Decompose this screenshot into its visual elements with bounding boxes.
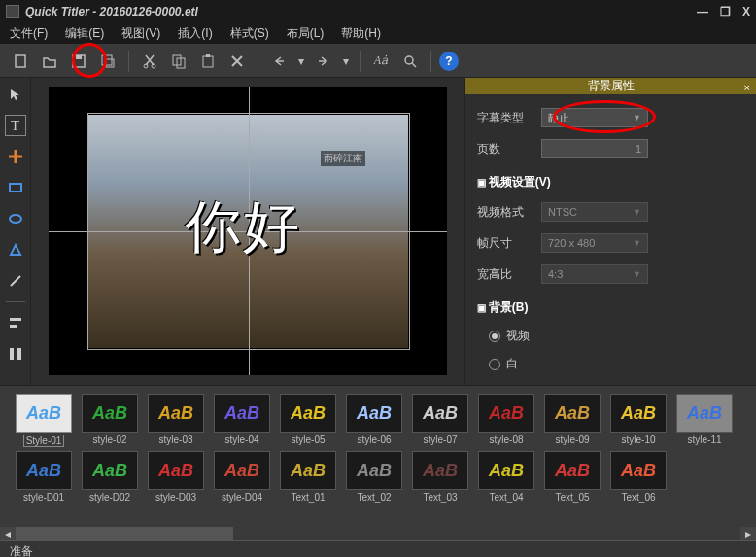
align-tool[interactable] — [5, 312, 26, 333]
style-thumb: AaB — [82, 451, 138, 490]
style-preset[interactable]: AaBstyle-08 — [476, 394, 536, 447]
menu-style[interactable]: 样式(S) — [230, 25, 269, 42]
statusbar: 准备 — [0, 540, 756, 557]
text-style-button[interactable]: Aȧ — [368, 49, 394, 74]
cut-button[interactable] — [137, 49, 162, 74]
svg-rect-3 — [102, 55, 112, 65]
paste-button[interactable] — [195, 49, 221, 74]
preview-canvas[interactable]: 雨碎江南 你好 — [49, 87, 447, 375]
style-thumb: AaB — [610, 451, 667, 490]
svg-rect-17 — [17, 348, 21, 360]
menu-help[interactable]: 帮助(H) — [341, 25, 381, 42]
line-tool[interactable] — [5, 270, 26, 292]
style-preset[interactable]: AaBstyle-02 — [80, 394, 140, 447]
chevron-down-icon: ▼ — [633, 238, 641, 248]
restore-button[interactable]: ❐ — [720, 5, 731, 18]
menu-insert[interactable]: 插入(I) — [178, 25, 212, 42]
crop-tool[interactable] — [5, 146, 26, 167]
undo-button[interactable] — [266, 49, 292, 74]
style-label: Text_06 — [621, 492, 655, 503]
save-button[interactable] — [66, 49, 91, 74]
style-preset[interactable]: AaBstyle-04 — [212, 394, 272, 447]
style-preset[interactable]: AaBText_05 — [542, 451, 602, 503]
style-label: style-03 — [158, 435, 192, 445]
aspect-dropdown[interactable]: 4:3▼ — [541, 264, 648, 284]
pointer-tool[interactable] — [5, 84, 26, 105]
style-preset[interactable]: AaBstyle-06 — [344, 394, 404, 447]
redo-dropdown[interactable]: ▾ — [340, 49, 352, 74]
text-tool[interactable]: T — [5, 115, 26, 136]
style-thumb: AaB — [346, 451, 402, 490]
titlebar: Quick Titler - 20160126-0000.etl — ❐ X — [0, 0, 756, 23]
radio-white-row[interactable]: 白 — [477, 356, 744, 372]
style-preset[interactable]: AaBstyle-D01 — [14, 451, 74, 503]
style-thumb: AaB — [544, 451, 601, 490]
copy-button[interactable] — [166, 49, 191, 74]
scroll-thumb[interactable] — [16, 527, 233, 540]
save-as-button[interactable] — [95, 49, 120, 74]
style-label: Text_02 — [357, 492, 391, 503]
video-settings-header: 视频设置(V) — [477, 174, 744, 191]
menu-view[interactable]: 视图(V) — [121, 25, 160, 42]
undo-dropdown[interactable]: ▾ — [295, 49, 307, 74]
canvas-area: 雨碎江南 你好 — [31, 78, 464, 385]
svg-rect-14 — [10, 318, 21, 321]
open-button[interactable] — [37, 49, 62, 74]
scroll-left-icon[interactable]: ◂ — [0, 527, 16, 540]
style-preset[interactable]: AaBText_01 — [278, 451, 338, 503]
style-thumb: AaB — [280, 451, 336, 490]
triangle-tool[interactable] — [5, 239, 26, 261]
separator — [128, 51, 129, 72]
style-preset[interactable]: AaBText_04 — [476, 451, 536, 503]
style-preset[interactable]: AaBstyle-10 — [608, 394, 669, 447]
style-preset[interactable]: AaBstyle-05 — [278, 394, 338, 447]
app-icon — [6, 5, 19, 18]
menu-layout[interactable]: 布局(L) — [287, 25, 325, 42]
help-button[interactable]: ? — [439, 52, 459, 71]
separator — [258, 51, 258, 72]
scroll-right-icon[interactable]: ▸ — [740, 527, 756, 540]
props-close-icon[interactable]: × — [744, 82, 750, 93]
minimize-button[interactable]: — — [697, 5, 708, 18]
radio-video-row[interactable]: 视频 — [477, 328, 744, 344]
frame-size-dropdown[interactable]: 720 x 480▼ — [541, 233, 648, 253]
style-label: style-08 — [489, 435, 523, 445]
close-button[interactable]: X — [742, 5, 750, 18]
distribute-tool[interactable] — [5, 343, 26, 365]
style-preset[interactable]: AaBstyle-D02 — [80, 451, 140, 503]
style-thumb: AaB — [214, 394, 270, 433]
style-label: Text_01 — [291, 492, 325, 503]
find-button[interactable] — [397, 49, 423, 74]
style-preset[interactable]: AaBstyle-D03 — [146, 451, 206, 503]
redo-button[interactable] — [311, 49, 336, 74]
delete-button[interactable] — [224, 49, 250, 74]
subtitle-type-dropdown[interactable]: 静止 ▼ — [541, 108, 648, 127]
style-preset[interactable]: AaBstyle-03 — [146, 394, 206, 447]
style-preset[interactable]: AaBstyle-09 — [542, 394, 602, 447]
video-format-dropdown[interactable]: NTSC▼ — [541, 202, 648, 222]
new-button[interactable] — [8, 49, 33, 74]
pages-value[interactable]: 1 — [541, 139, 648, 158]
style-preset[interactable]: AaBText_03 — [410, 451, 470, 503]
ellipse-tool[interactable] — [5, 208, 26, 229]
style-preset[interactable]: AaBText_06 — [608, 451, 669, 503]
title-text[interactable]: 你好 — [185, 190, 301, 265]
radio-white[interactable] — [489, 359, 500, 370]
style-preset[interactable]: AaBstyle-07 — [410, 394, 470, 447]
styles-scrollbar[interactable]: ◂ ▸ — [0, 527, 756, 540]
scroll-track[interactable] — [16, 527, 740, 540]
style-preset[interactable]: AaBStyle-01 — [14, 394, 74, 447]
svg-point-13 — [10, 215, 21, 223]
style-preset[interactable]: AaBstyle-D04 — [212, 451, 272, 503]
style-label: style-11 — [687, 435, 721, 445]
rect-tool[interactable] — [5, 177, 26, 198]
status-text: 准备 — [10, 543, 33, 557]
menu-file[interactable]: 文件(F) — [10, 25, 48, 42]
props-title: 背景属性 — [588, 78, 635, 94]
radio-video[interactable] — [489, 331, 500, 342]
style-preset[interactable]: AaBText_02 — [344, 451, 404, 503]
svg-point-11 — [405, 56, 413, 64]
style-preset[interactable]: AaBstyle-11 — [674, 394, 735, 447]
menu-edit[interactable]: 编辑(E) — [65, 25, 104, 42]
style-label: style-06 — [357, 435, 391, 445]
